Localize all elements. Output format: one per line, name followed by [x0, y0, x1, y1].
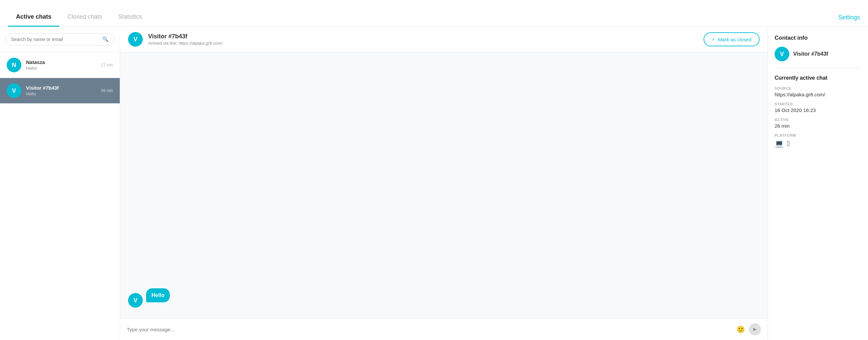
- message-input[interactable]: [127, 327, 733, 332]
- chat-name-natasza: Natasza: [26, 59, 96, 65]
- chat-area: V Visitor #7b43f Arrived via link: https…: [120, 27, 768, 340]
- settings-link[interactable]: Settings: [838, 14, 860, 21]
- apple-icon: : [787, 139, 789, 148]
- top-nav: Active chats Closed chats Statistics Set…: [0, 0, 868, 27]
- chat-item-visitor7b43f[interactable]: V Visitor #7b43f Hello 26 min: [0, 78, 120, 104]
- contact-row: V Visitor #7b43f: [775, 47, 861, 68]
- chat-time-natasza: 17 min: [101, 63, 113, 67]
- laptop-icon: 💻: [775, 139, 784, 148]
- contact-avatar: V: [775, 47, 789, 61]
- message-row: V Hello 26 min: [128, 288, 760, 308]
- chat-header-name: Visitor #7b43f: [148, 33, 698, 40]
- active-chat-section-title: Currently active chat: [775, 75, 861, 81]
- search-box: 🔍: [5, 33, 115, 45]
- started-value: 16 Oct 2020 16:23: [775, 107, 861, 113]
- tab-active-chats[interactable]: Active chats: [8, 8, 59, 27]
- chat-preview-visitor7b43f: Hello: [26, 91, 96, 96]
- emoji-button[interactable]: 🙂: [737, 325, 745, 333]
- chat-header-info: Visitor #7b43f Arrived via link: https:/…: [148, 33, 698, 46]
- source-label: SOURCE: [775, 86, 861, 90]
- chat-list: N Natasza Hello! 17 min V Visitor #7b43f…: [0, 52, 120, 340]
- search-icon: 🔍: [102, 36, 109, 42]
- tab-statistics[interactable]: Statistics: [110, 8, 150, 27]
- chat-name-visitor7b43f: Visitor #7b43f: [26, 85, 96, 91]
- mark-closed-label: Mark as closed: [718, 37, 751, 42]
- platform-icons: 💻 : [775, 139, 861, 148]
- active-value: 26 min: [775, 123, 861, 129]
- send-button[interactable]: ►: [749, 323, 761, 335]
- send-icon: ►: [752, 326, 757, 332]
- right-panel: Contact info V Visitor #7b43f Currently …: [768, 27, 868, 340]
- message-avatar: V: [128, 293, 143, 308]
- mark-closed-check-icon: ✓: [712, 36, 716, 42]
- message-bubble: Hello: [146, 288, 170, 302]
- contact-info-title: Contact info: [775, 35, 861, 41]
- search-container: 🔍: [0, 27, 120, 52]
- chat-preview-natasza: Hello!: [26, 66, 96, 71]
- chat-item-natasza[interactable]: N Natasza Hello! 17 min: [0, 52, 120, 78]
- message-time: 26 min: [146, 304, 170, 308]
- chat-header-subtitle: Arrived via link: https://alpaka.gr8.com…: [148, 41, 698, 46]
- chat-header: V Visitor #7b43f Arrived via link: https…: [120, 27, 768, 52]
- avatar-natasza: N: [7, 58, 21, 72]
- input-area: 🙂 ►: [120, 318, 768, 340]
- mark-as-closed-button[interactable]: ✓ Mark as closed: [704, 32, 760, 46]
- messages-area: V Hello 26 min: [120, 52, 768, 318]
- started-label: STARTED: [775, 102, 861, 106]
- tab-closed-chats[interactable]: Closed chats: [59, 8, 110, 27]
- left-sidebar: 🔍 N Natasza Hello! 17 min V Visitor #7b4…: [0, 27, 120, 340]
- nav-tabs: Active chats Closed chats Statistics: [8, 8, 150, 26]
- search-input[interactable]: [11, 37, 102, 42]
- chat-time-visitor7b43f: 26 min: [101, 88, 113, 93]
- main-layout: 🔍 N Natasza Hello! 17 min V Visitor #7b4…: [0, 27, 868, 340]
- message-bubble-wrap: Hello 26 min: [146, 288, 170, 308]
- avatar-visitor7b43f: V: [7, 83, 21, 98]
- contact-name: Visitor #7b43f: [793, 51, 828, 57]
- active-label: ACTIVE: [775, 118, 861, 122]
- platform-label: PLATFORM: [775, 133, 861, 137]
- chat-info-natasza: Natasza Hello!: [26, 59, 96, 71]
- chat-header-avatar: V: [128, 32, 143, 47]
- source-value: https://alpaka.gr8.com/: [775, 92, 861, 97]
- chat-info-visitor7b43f: Visitor #7b43f Hello: [26, 85, 96, 96]
